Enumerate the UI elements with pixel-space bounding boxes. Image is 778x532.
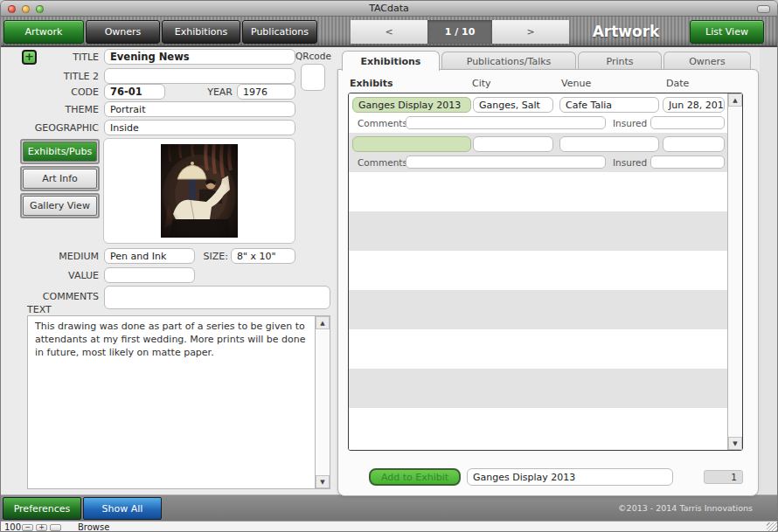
zoom-out-icon[interactable]: − — [22, 524, 33, 531]
layout-right-margin — [760, 47, 777, 494]
scroll-up-icon[interactable]: ▲ — [316, 316, 330, 329]
nav-button-owners[interactable]: Owners — [86, 20, 160, 44]
status-bar: 100 − + Browse — [1, 521, 777, 532]
app-window: TACdata Artwork Owners Exhibitions Publi… — [0, 0, 778, 532]
qrcode-label: QRcode — [295, 51, 330, 61]
show-all-label: Show All — [102, 503, 143, 515]
tab-label: Owners — [689, 56, 726, 67]
main-toolbar: Artwork Owners Exhibitions Publications … — [1, 17, 777, 47]
list-view-button[interactable]: List View — [690, 20, 764, 44]
exhibit-row: Comments Insured — [349, 133, 727, 172]
toolbar-collapse-icon[interactable] — [757, 5, 770, 13]
row-insured-label: Insured — [613, 118, 647, 128]
title2-field[interactable] — [104, 68, 295, 84]
exhibit-city-field[interactable]: Ganges, Salt — [473, 97, 553, 113]
geographic-field[interactable]: Inside — [104, 120, 295, 135]
artwork-image — [161, 144, 238, 238]
tab-owners[interactable]: Owners — [663, 52, 751, 70]
comments-field[interactable] — [104, 286, 330, 309]
exhibits-portal: Ganges Display 2013 Ganges, Salt Cafe Ta… — [348, 93, 743, 451]
view-button-label: Gallery View — [30, 200, 90, 211]
row-comments-field[interactable] — [406, 155, 606, 169]
view-button-exhibits-pubs[interactable]: Exhibits/Pubs — [20, 139, 100, 164]
zoom-level: 100 — [4, 522, 21, 532]
window-title: TACdata — [1, 3, 777, 14]
next-record-button[interactable]: > — [492, 20, 569, 44]
size-field[interactable]: 8" x 10" — [231, 248, 295, 264]
mode-selector[interactable]: Browse — [78, 522, 109, 532]
code-label: CODE — [1, 86, 99, 98]
row-comments-label: Comments — [358, 118, 407, 128]
row-insured-label: Insured — [613, 157, 647, 168]
window-titlebar: TACdata — [1, 1, 777, 17]
add-to-exhibit-button[interactable]: Add to Exhibit — [369, 468, 461, 486]
exhibit-name-field[interactable]: Ganges Display 2013 — [352, 97, 471, 113]
exhibitions-tab-panel: Exhibits City Venue Date Ganges Display … — [337, 69, 759, 496]
column-header-venue: Venue — [561, 78, 591, 89]
nav-button-exhibitions[interactable]: Exhibitions — [162, 20, 240, 44]
record-counter: 1 / 10 — [427, 20, 492, 44]
exhibit-date-field[interactable] — [663, 136, 725, 152]
medium-field[interactable]: Pen and Ink — [104, 248, 195, 264]
exhibit-name-field[interactable] — [352, 136, 471, 152]
artwork-container[interactable] — [103, 138, 295, 244]
value-field[interactable] — [104, 267, 195, 283]
preferences-label: Preferences — [14, 503, 71, 515]
column-header-city: City — [472, 78, 491, 89]
row-insured-field[interactable] — [650, 116, 725, 129]
tab-publications-talks[interactable]: Publications/Talks — [441, 52, 576, 70]
text-area-content[interactable]: This drawing was done as part of a serie… — [28, 316, 315, 488]
theme-label: THEME — [1, 104, 99, 115]
view-button-label: Art Info — [42, 173, 78, 184]
row-insured-field[interactable] — [650, 155, 725, 169]
exhibit-date-field[interactable]: Jun 28, 2013 — [663, 97, 725, 113]
preferences-button[interactable]: Preferences — [3, 497, 81, 520]
code-field[interactable]: 76-01 — [104, 84, 165, 100]
tab-exhibitions[interactable]: Exhibitions — [342, 51, 440, 71]
year-field[interactable]: 1976 — [237, 84, 295, 100]
nav-button-label: Owners — [105, 26, 142, 38]
scroll-down-icon[interactable]: ▼ — [728, 437, 742, 450]
empty-row-band — [349, 369, 727, 408]
tab-prints[interactable]: Prints — [578, 52, 662, 70]
row-comments-field[interactable] — [406, 116, 606, 129]
scroll-up-icon[interactable]: ▲ — [728, 93, 742, 107]
exhibit-row: Ganges Display 2013 Ganges, Salt Cafe Ta… — [349, 93, 727, 133]
comments-label: COMMENTS — [1, 291, 99, 302]
prev-record-button[interactable]: < — [351, 20, 427, 44]
exhibit-venue-field[interactable] — [559, 136, 659, 152]
size-label: SIZE: — [195, 251, 228, 262]
year-label: YEAR — [167, 86, 233, 98]
view-button-art-info[interactable]: Art Info — [20, 166, 100, 191]
status-toolbar-toggle-icon[interactable] — [50, 524, 61, 531]
title-field[interactable]: Evening News — [104, 49, 295, 65]
title2-label: TITLE 2 — [1, 71, 99, 82]
nav-button-label: Artwork — [25, 26, 63, 38]
empty-row-band — [349, 290, 727, 329]
exhibit-city-field[interactable] — [473, 136, 553, 152]
title-label: TITLE — [1, 52, 99, 63]
portal-scrollbar[interactable]: ▲ ▼ — [727, 93, 742, 450]
text-scrollbar[interactable]: ▲ ▼ — [315, 316, 330, 488]
tab-label: Prints — [606, 56, 633, 67]
add-exhibit-field[interactable]: Ganges Display 2013 — [467, 468, 673, 486]
text-area[interactable]: This drawing was done as part of a serie… — [27, 315, 330, 489]
nav-button-label: Publications — [251, 26, 309, 38]
nav-button-artwork[interactable]: Artwork — [3, 20, 84, 44]
empty-row-band — [349, 211, 727, 251]
nav-button-publications[interactable]: Publications — [242, 20, 317, 44]
medium-label: MEDIUM — [1, 251, 99, 262]
tab-label: Publications/Talks — [467, 56, 552, 67]
zoom-in-icon[interactable]: + — [36, 524, 47, 531]
portal-rows: Ganges Display 2013 Ganges, Salt Cafe Ta… — [349, 93, 727, 450]
footer-bar: Preferences Show All ©2013 - 2014 Tarris… — [1, 494, 777, 521]
nav-button-label: Exhibitions — [175, 26, 227, 38]
tab-label: Exhibitions — [361, 56, 421, 67]
copyright-text: ©2013 - 2014 Tarris Innovations — [618, 503, 753, 513]
show-all-button[interactable]: Show All — [83, 497, 162, 520]
view-button-gallery-view[interactable]: Gallery View — [20, 193, 100, 218]
exhibit-venue-field[interactable]: Cafe Talia — [559, 97, 659, 113]
scroll-down-icon[interactable]: ▼ — [316, 475, 330, 488]
resize-grip[interactable] — [767, 522, 777, 532]
theme-field[interactable]: Portrait — [104, 101, 295, 117]
